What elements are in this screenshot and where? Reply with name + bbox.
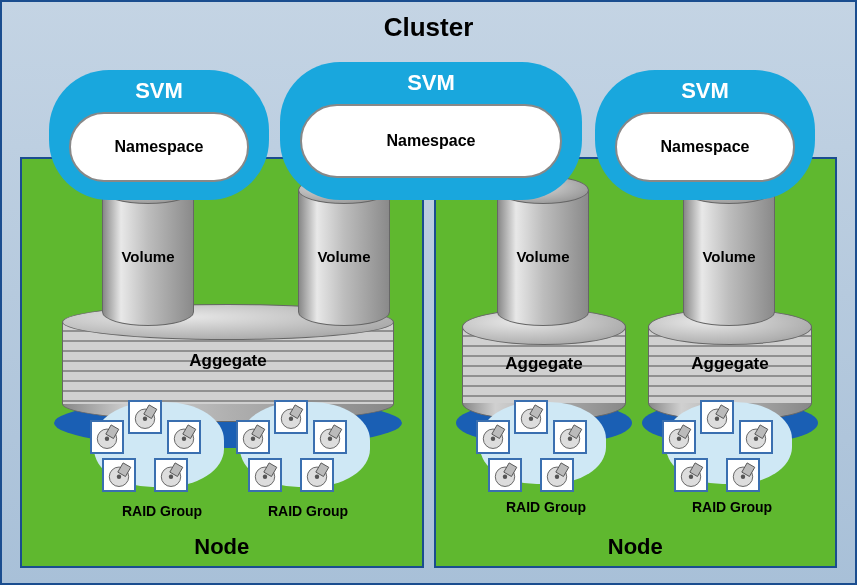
svg-point-31 (491, 437, 495, 441)
node-label: Node (436, 534, 836, 560)
svg-point-40 (503, 475, 507, 479)
raid-group-label: RAID Group (258, 503, 358, 519)
svg-point-58 (741, 475, 745, 479)
svm-label: SVM (49, 78, 269, 104)
disk-icon (90, 420, 124, 454)
svg-point-7 (182, 437, 186, 441)
namespace-pill: Namespace (615, 112, 795, 182)
svg-point-52 (754, 437, 758, 441)
disk-icon (313, 420, 347, 454)
svm-container-2: SVM Namespace (280, 62, 582, 200)
disk-icon (726, 458, 760, 492)
svg-point-43 (555, 475, 559, 479)
disk-icon (128, 400, 162, 434)
namespace-label: Namespace (661, 138, 750, 156)
volume-label: Volume (298, 248, 390, 265)
disk-icon (553, 420, 587, 454)
svg-point-1 (105, 437, 109, 441)
svg-point-49 (715, 417, 719, 421)
namespace-label: Namespace (115, 138, 204, 156)
disk-icon (700, 400, 734, 434)
svg-point-13 (169, 475, 173, 479)
svg-point-34 (529, 417, 533, 421)
volume-label: Volume (683, 248, 775, 265)
disk-icon (662, 420, 696, 454)
disk-icon (274, 400, 308, 434)
namespace-pill: Namespace (69, 112, 249, 182)
namespace-label: Namespace (387, 132, 476, 150)
raid-group-label: RAID Group (496, 499, 596, 515)
disk-icon (167, 420, 201, 454)
svm-label: SVM (595, 78, 815, 104)
svg-point-4 (143, 417, 147, 421)
node-label: Node (22, 534, 422, 560)
svm-label: SVM (280, 70, 582, 96)
svg-point-25 (263, 475, 267, 479)
svg-point-19 (289, 417, 293, 421)
disk-icon (102, 458, 136, 492)
svm-container-1: SVM Namespace (49, 70, 269, 200)
disk-icon (300, 458, 334, 492)
volume-label: Volume (102, 248, 194, 265)
disk-icon (739, 420, 773, 454)
aggregate-label: Aggegate (462, 354, 626, 374)
aggregate-label: Aggegate (648, 354, 812, 374)
disk-icon (154, 458, 188, 492)
disk-icon (248, 458, 282, 492)
volume-label: Volume (497, 248, 589, 265)
raid-group-label: RAID Group (682, 499, 782, 515)
svg-point-55 (689, 475, 693, 479)
namespace-pill: Namespace (300, 104, 562, 178)
svg-point-22 (328, 437, 332, 441)
disk-icon (514, 400, 548, 434)
svm-container-3: SVM Namespace (595, 70, 815, 200)
svg-point-10 (117, 475, 121, 479)
svg-point-46 (677, 437, 681, 441)
aggregate-label: Aggegate (62, 351, 394, 371)
svg-point-28 (315, 475, 319, 479)
cluster-title: Cluster (2, 2, 855, 47)
disk-icon (540, 458, 574, 492)
disk-icon (488, 458, 522, 492)
disk-icon (236, 420, 270, 454)
svg-point-37 (568, 437, 572, 441)
raid-group-label: RAID Group (112, 503, 212, 519)
disk-icon (674, 458, 708, 492)
svg-point-16 (251, 437, 255, 441)
disk-icon (476, 420, 510, 454)
